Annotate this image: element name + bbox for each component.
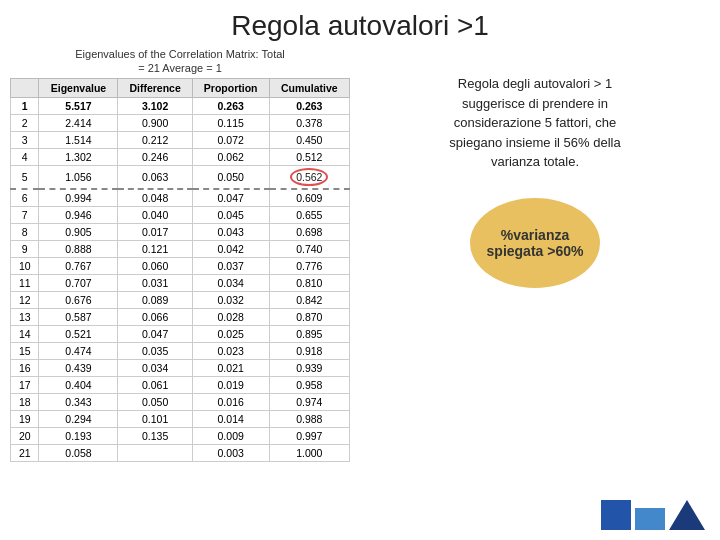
- row-num: 10: [11, 258, 39, 275]
- row-num: 21: [11, 445, 39, 462]
- row-num: 18: [11, 394, 39, 411]
- cell-eigenvalue: 0.676: [39, 292, 118, 309]
- table-row: 41.3020.2460.0620.512: [11, 149, 350, 166]
- cell-eigenvalue: 1.514: [39, 132, 118, 149]
- table-row: 180.3430.0500.0160.974: [11, 394, 350, 411]
- cell-difference: 0.061: [118, 377, 192, 394]
- row-num: 14: [11, 326, 39, 343]
- cell-difference: 0.035: [118, 343, 192, 360]
- row-num: 13: [11, 309, 39, 326]
- row-num: 17: [11, 377, 39, 394]
- cell-cumulative: 1.000: [269, 445, 349, 462]
- cell-eigenvalue: 0.521: [39, 326, 118, 343]
- col-header-eigenvalue: Eigenvalue: [39, 79, 118, 98]
- cell-difference: 0.034: [118, 360, 192, 377]
- cell-eigenvalue: 0.474: [39, 343, 118, 360]
- row-num: 1: [11, 98, 39, 115]
- row-num: 2: [11, 115, 39, 132]
- cell-cumulative: 0.562: [269, 166, 349, 190]
- cell-eigenvalue: 0.888: [39, 241, 118, 258]
- shape-triangle: [669, 500, 705, 530]
- cell-difference: 0.246: [118, 149, 192, 166]
- cell-proportion: 0.003: [192, 445, 269, 462]
- cell-eigenvalue: 0.587: [39, 309, 118, 326]
- page-title: Regola autovalori >1: [0, 0, 720, 48]
- table-main-title: Eigenvalues of the Correlation Matrix: T…: [10, 48, 350, 60]
- table-row: 200.1930.1350.0090.997: [11, 428, 350, 445]
- row-num: 11: [11, 275, 39, 292]
- cell-cumulative: 0.895: [269, 326, 349, 343]
- cell-cumulative: 0.655: [269, 207, 349, 224]
- row-num: 12: [11, 292, 39, 309]
- cell-proportion: 0.037: [192, 258, 269, 275]
- cell-proportion: 0.043: [192, 224, 269, 241]
- cell-cumulative: 0.974: [269, 394, 349, 411]
- cell-proportion: 0.115: [192, 115, 269, 132]
- col-header-cumulative: Cumulative: [269, 79, 349, 98]
- cell-eigenvalue: 0.439: [39, 360, 118, 377]
- cell-difference: 0.047: [118, 326, 192, 343]
- cell-eigenvalue: 1.056: [39, 166, 118, 190]
- table-row: 100.7670.0600.0370.776: [11, 258, 350, 275]
- shape-square-2: [635, 508, 665, 530]
- cell-cumulative: 0.988: [269, 411, 349, 428]
- row-num: 5: [11, 166, 39, 190]
- cell-proportion: 0.028: [192, 309, 269, 326]
- cell-proportion: 0.023: [192, 343, 269, 360]
- cell-difference: 0.048: [118, 189, 192, 207]
- eigenvalues-table: Eigenvalue Difference Proportion Cumulat…: [10, 78, 350, 462]
- table-row: 160.4390.0340.0210.939: [11, 360, 350, 377]
- cell-eigenvalue: 0.707: [39, 275, 118, 292]
- cell-proportion: 0.021: [192, 360, 269, 377]
- cell-cumulative: 0.609: [269, 189, 349, 207]
- cell-difference: 0.017: [118, 224, 192, 241]
- table-row: 170.4040.0610.0190.958: [11, 377, 350, 394]
- cell-eigenvalue: 0.343: [39, 394, 118, 411]
- cell-proportion: 0.263: [192, 98, 269, 115]
- table-row: 190.2940.1010.0140.988: [11, 411, 350, 428]
- col-header-proportion: Proportion: [192, 79, 269, 98]
- cell-difference: 0.212: [118, 132, 192, 149]
- cell-eigenvalue: 0.767: [39, 258, 118, 275]
- shape-square-1: [601, 500, 631, 530]
- cell-proportion: 0.034: [192, 275, 269, 292]
- cell-eigenvalue: 0.946: [39, 207, 118, 224]
- cell-difference: 0.040: [118, 207, 192, 224]
- cell-proportion: 0.016: [192, 394, 269, 411]
- row-num: 20: [11, 428, 39, 445]
- cell-proportion: 0.045: [192, 207, 269, 224]
- cell-proportion: 0.009: [192, 428, 269, 445]
- cell-cumulative: 0.997: [269, 428, 349, 445]
- cell-cumulative: 0.939: [269, 360, 349, 377]
- cell-eigenvalue: 1.302: [39, 149, 118, 166]
- cell-difference: 0.089: [118, 292, 192, 309]
- table-row: 51.0560.0630.0500.562: [11, 166, 350, 190]
- cell-eigenvalue: 0.058: [39, 445, 118, 462]
- cell-cumulative: 0.378: [269, 115, 349, 132]
- row-num: 9: [11, 241, 39, 258]
- cell-eigenvalue: 0.905: [39, 224, 118, 241]
- table-row: 22.4140.9000.1150.378: [11, 115, 350, 132]
- table-row: 31.5140.2120.0720.450: [11, 132, 350, 149]
- cell-difference: 0.101: [118, 411, 192, 428]
- cell-cumulative: 0.918: [269, 343, 349, 360]
- cell-proportion: 0.062: [192, 149, 269, 166]
- cell-difference: 0.121: [118, 241, 192, 258]
- cell-proportion: 0.072: [192, 132, 269, 149]
- cell-cumulative: 0.263: [269, 98, 349, 115]
- row-num: 3: [11, 132, 39, 149]
- col-header-num: [11, 79, 39, 98]
- eigenvalues-table-section: Eigenvalues of the Correlation Matrix: T…: [10, 48, 350, 462]
- table-row: 110.7070.0310.0340.810: [11, 275, 350, 292]
- cell-proportion: 0.042: [192, 241, 269, 258]
- cell-cumulative: 0.450: [269, 132, 349, 149]
- percent-variance-box: %varianza spiegata >60%: [470, 198, 600, 288]
- cell-difference: 0.066: [118, 309, 192, 326]
- cell-cumulative: 0.870: [269, 309, 349, 326]
- cell-cumulative: 0.776: [269, 258, 349, 275]
- cell-proportion: 0.025: [192, 326, 269, 343]
- cell-difference: 0.063: [118, 166, 192, 190]
- table-row: 70.9460.0400.0450.655: [11, 207, 350, 224]
- cell-difference: 0.050: [118, 394, 192, 411]
- cell-proportion: 0.019: [192, 377, 269, 394]
